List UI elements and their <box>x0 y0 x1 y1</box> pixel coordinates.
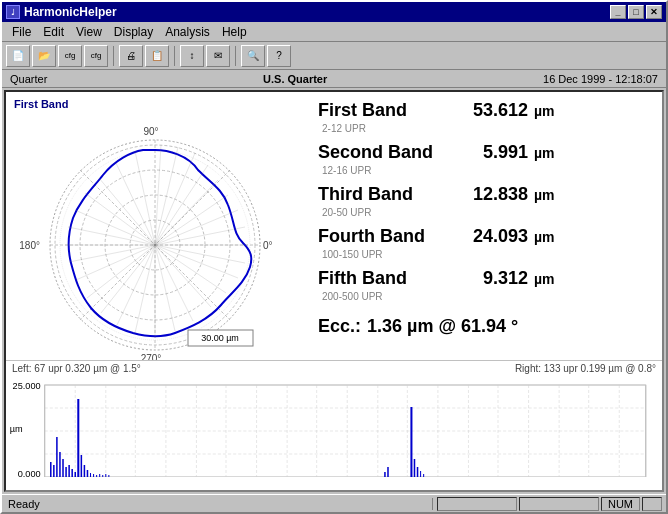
menu-display[interactable]: Display <box>108 24 159 40</box>
minimize-button[interactable]: _ <box>610 5 626 19</box>
status-num: NUM <box>601 497 640 511</box>
content-area: First Band <box>4 90 664 492</box>
svg-line-28 <box>155 245 175 331</box>
mail-button[interactable]: ✉ <box>206 45 230 67</box>
print-button[interactable]: 🖨 <box>119 45 143 67</box>
band5-name: Fifth Band <box>318 268 458 289</box>
band2-value: 5.991 <box>458 142 528 163</box>
menu-view[interactable]: View <box>70 24 108 40</box>
svg-text:270°: 270° <box>140 353 161 361</box>
toolbar-sep3 <box>235 46 236 66</box>
svg-line-27 <box>155 245 193 321</box>
spectrum-chart: 25.000 0.000 µm <box>8 377 660 477</box>
spectrum-info-bar: Left: 67 upr 0.320 µm @ 1.5° Right: 133 … <box>8 363 660 377</box>
band4-value: 24.093 <box>458 226 528 247</box>
menu-edit[interactable]: Edit <box>37 24 70 40</box>
app-icon: ♩ <box>6 5 20 19</box>
band1-unit: µm <box>534 103 555 119</box>
window-title: HarmonicHelper <box>24 5 117 19</box>
svg-line-35 <box>69 245 155 262</box>
title-bar: ♩ HarmonicHelper _ □ ✕ <box>2 2 666 22</box>
band-row-1: First Band 53.612 µm 2-12 UPR <box>318 100 650 138</box>
toolbar-sep2 <box>174 46 175 66</box>
polar-container: 90° 0° 180° 270° <box>10 112 300 360</box>
help-button[interactable]: ? <box>267 45 291 67</box>
chart-area: First Band <box>6 92 306 360</box>
band2-upr: 12-16 UPR <box>318 165 650 176</box>
svg-line-15 <box>155 147 178 245</box>
band5-upr: 200-500 UPR <box>318 291 650 302</box>
new-button[interactable]: 📄 <box>6 45 30 67</box>
band5-value: 9.312 <box>458 268 528 289</box>
copy-button[interactable]: 📋 <box>145 45 169 67</box>
band2-unit: µm <box>534 145 555 161</box>
band4-upr: 100-150 UPR <box>318 249 650 260</box>
spectrum-svg: 25.000 0.000 µm <box>8 377 660 477</box>
info-quarter-label: Quarter <box>10 73 47 85</box>
info-center: U.S. Quarter <box>263 73 327 85</box>
band-row-5: Fifth Band 9.312 µm 200-500 UPR <box>318 268 650 306</box>
menu-analysis[interactable]: Analysis <box>159 24 216 40</box>
ecc-value: 1.36 µm @ 61.94 ° <box>367 316 518 337</box>
menu-bar: File Edit View Display Analysis Help <box>2 22 666 42</box>
find-button[interactable]: 🔍 <box>241 45 265 67</box>
data-panel: First Band 53.612 µm 2-12 UPR Second Ban… <box>306 92 662 360</box>
svg-line-41 <box>116 163 155 245</box>
svg-line-18 <box>155 180 218 245</box>
band-row-3: Third Band 12.838 µm 20-50 UPR <box>318 184 650 222</box>
spectrum-left-info: Left: 67 upr 0.320 µm @ 1.5° <box>12 363 141 377</box>
eccentricity-row: Ecc.: 1.36 µm @ 61.94 ° <box>318 316 650 337</box>
svg-text:30.00 µm: 30.00 µm <box>201 333 239 343</box>
band3-upr: 20-50 UPR <box>318 207 650 218</box>
maximize-button[interactable]: □ <box>628 5 644 19</box>
info-date: 16 Dec 1999 - 12:18:07 <box>543 73 658 85</box>
toolbar: 📄 📂 cfg cfg 🖨 📋 ↕ ✉ 🔍 ? <box>2 42 666 70</box>
title-buttons: _ □ ✕ <box>610 5 662 19</box>
svg-line-32 <box>101 245 155 313</box>
svg-text:180°: 180° <box>19 240 40 251</box>
cfg2-button[interactable]: cfg <box>84 45 108 67</box>
close-button[interactable]: ✕ <box>646 5 662 19</box>
band-row-4: Fourth Band 24.093 µm 100-150 UPR <box>318 226 650 264</box>
spectrum-area: Left: 67 upr 0.320 µm @ 1.5° Right: 133 … <box>6 360 662 490</box>
band1-value: 53.612 <box>458 100 528 121</box>
toolbar-sep1 <box>113 46 114 66</box>
band4-unit: µm <box>534 229 555 245</box>
main-panel: First Band <box>6 92 662 360</box>
cfg1-button[interactable]: cfg <box>58 45 82 67</box>
zoom-button[interactable]: ↕ <box>180 45 204 67</box>
menu-help[interactable]: Help <box>216 24 253 40</box>
svg-line-34 <box>76 245 155 280</box>
status-text: Ready <box>2 498 433 510</box>
spectrum-right-info: Right: 133 upr 0.199 µm @ 0.8° <box>515 363 656 377</box>
menu-file[interactable]: File <box>6 24 37 40</box>
polar-chart: 90° 0° 180° 270° <box>13 115 298 361</box>
svg-line-31 <box>117 245 155 325</box>
band3-name: Third Band <box>318 184 458 205</box>
main-window: ♩ HarmonicHelper _ □ ✕ File Edit View Di… <box>0 0 668 514</box>
status-bar: Ready NUM <box>2 494 666 512</box>
svg-line-20 <box>155 210 238 245</box>
svg-text:90°: 90° <box>143 126 158 137</box>
svg-text:µm: µm <box>10 424 23 434</box>
band-row-2: Second Band 5.991 µm 12-16 UPR <box>318 142 650 180</box>
band5-unit: µm <box>534 271 555 287</box>
info-bar: Quarter U.S. Quarter 16 Dec 1999 - 12:18… <box>2 70 666 88</box>
svg-text:0.000: 0.000 <box>18 469 41 477</box>
open-button[interactable]: 📂 <box>32 45 56 67</box>
band1-upr: 2-12 UPR <box>318 123 650 134</box>
ecc-label: Ecc.: <box>318 316 361 337</box>
title-bar-left: ♩ HarmonicHelper <box>6 5 117 19</box>
band2-name: Second Band <box>318 142 458 163</box>
band1-name: First Band <box>318 100 458 121</box>
svg-text:25.000: 25.000 <box>13 381 41 391</box>
svg-line-17 <box>155 165 208 245</box>
band4-name: Fourth Band <box>318 226 458 247</box>
svg-text:0°: 0° <box>263 240 273 251</box>
chart-title: First Band <box>10 96 302 112</box>
band3-value: 12.838 <box>458 184 528 205</box>
band3-unit: µm <box>534 187 555 203</box>
